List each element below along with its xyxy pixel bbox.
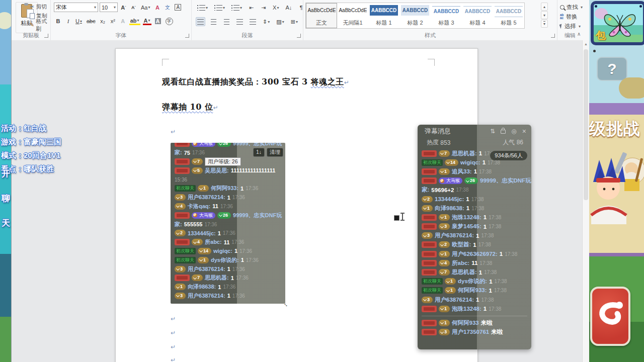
style-card-heading2[interactable]: AABBCCD标题 2: [399, 3, 431, 28]
decrease-indent-button[interactable]: ⇤: [247, 3, 256, 12]
chat-message-row: 1 向泽98638: 1 17:36: [171, 283, 285, 292]
level-number: 3: [180, 266, 183, 273]
bullets-button[interactable]: ▾: [196, 3, 209, 12]
close-icon[interactable]: ×: [522, 127, 526, 135]
danmaku-panel[interactable]: 弹幕消息 ⇅ ◎ × 热度 853 人气 86 934条/56人 7 思思机器:…: [418, 125, 531, 349]
justify-button[interactable]: [235, 17, 245, 26]
danmaku-row: 1 用户6263626972: 1 17:38: [418, 249, 531, 258]
heading-underlined-text: 将魂之王: [311, 77, 344, 86]
style-card-heading5[interactable]: AABBCCD标题 5: [493, 3, 524, 28]
sort-button[interactable]: A↓: [284, 3, 293, 12]
character-shading-button[interactable]: A: [153, 17, 163, 26]
change-case-button[interactable]: Aa▾: [139, 3, 151, 12]
paragraph-group-label: 段落: [192, 32, 303, 39]
danmaku-panel-header[interactable]: 弹幕消息 ⇅ ◎ ×: [418, 125, 531, 137]
username: 99999、忠实DNF玩: [233, 143, 282, 147]
timestamp: 17:38: [505, 251, 517, 257]
align-right-button[interactable]: [222, 17, 231, 26]
superscript-button[interactable]: x²: [109, 17, 117, 26]
line-spacing-button[interactable]: ⇕▾: [261, 17, 271, 26]
character-border-button[interactable]: A: [173, 3, 183, 12]
first-chat-badge: 初次聊天: [422, 278, 443, 285]
align-center-button[interactable]: [209, 17, 218, 26]
styles-more-button[interactable]: ▾: [541, 20, 548, 28]
increase-indent-icon: ⇥: [261, 5, 266, 11]
settings-icon[interactable]: ◎: [511, 128, 516, 135]
help-button[interactable]: ?: [597, 57, 627, 81]
italic-button[interactable]: I: [64, 17, 72, 26]
message-text: 1: [466, 196, 469, 202]
find-label: 查找: [567, 4, 578, 11]
text-effects-button[interactable]: A: [119, 17, 127, 26]
font-size-combo[interactable]: 10▾: [100, 3, 118, 12]
strikethrough-button[interactable]: abc: [85, 17, 97, 26]
chevron-down-icon: [176, 294, 180, 297]
username: 何阿阿933:: [211, 185, 238, 192]
fan-badge-icon: [422, 177, 437, 184]
find-button[interactable]: 查找▾: [560, 3, 583, 12]
username: wigiqc:: [460, 159, 480, 165]
panel-stats: 热度 853 人气 86: [418, 137, 531, 149]
format-painter-button[interactable]: ✎格式刷: [30, 21, 50, 29]
message-text: 1: [484, 306, 487, 312]
shading-button[interactable]: ▨▾: [275, 17, 285, 26]
scroll-up-arrow[interactable]: ▲: [583, 40, 589, 46]
enclose-characters-button[interactable]: 字: [164, 17, 175, 26]
chevron-down-icon: [423, 234, 427, 237]
multilevel-list-button[interactable]: ▾: [230, 3, 244, 12]
styles-scroll-down-button[interactable]: ▾: [541, 11, 548, 19]
select-button[interactable]: 选择▾: [560, 22, 583, 31]
style-card-heading3[interactable]: AABBCCD标题 3: [431, 3, 462, 28]
shrink-icon[interactable]: ⇅: [490, 128, 495, 135]
highlight-color-button[interactable]: ab▾: [129, 17, 141, 26]
subscript-button[interactable]: x₂: [99, 17, 107, 26]
message-text: 1: [476, 297, 479, 303]
chevron-down-icon: [440, 169, 444, 173]
replace-button[interactable]: abac替换: [560, 12, 583, 21]
cut-button[interactable]: ✂剪切: [30, 3, 50, 11]
margin-crop-mark: [162, 59, 169, 66]
scrollbar-thumb[interactable]: [584, 49, 588, 200]
username: 1334445jc:: [435, 196, 464, 202]
style-card-heading1[interactable]: AABBCCD标题 1: [368, 3, 399, 28]
styles-scroll-up-button[interactable]: ▴: [541, 3, 548, 11]
paragraph-mark: ↵: [171, 128, 176, 135]
underline-button[interactable]: U▾: [74, 17, 84, 26]
overlay-line-mode: 模式：20回合1V1: [1, 148, 61, 162]
lock-icon[interactable]: [501, 130, 506, 134]
gallery-more-icon: ▾: [543, 21, 545, 26]
increase-indent-button[interactable]: ⇥: [259, 3, 268, 12]
numbering-button[interactable]: ▾: [213, 3, 226, 12]
chevron-down-icon: [423, 298, 427, 301]
bold-button[interactable]: B: [54, 17, 62, 26]
asian-layout-button[interactable]: X▾: [271, 3, 280, 12]
chat-message-row: 3 用户63876214: 1 17:36: [171, 292, 285, 301]
collapse-ribbon-button[interactable]: ∧: [577, 31, 581, 37]
style-card-no-spacing[interactable]: AaBbCcDdE无间隔1: [337, 3, 368, 28]
phonetic-guide-button[interactable]: 文: [163, 3, 172, 12]
font-family-combo[interactable]: 宋体▾: [54, 3, 98, 12]
level-number: 1: [444, 320, 447, 326]
chevron-down-icon: ▾: [282, 20, 284, 24]
chevron-down-icon: ▾: [94, 5, 96, 10]
distribute-button[interactable]: [248, 17, 258, 26]
clipboard-dialog-launcher[interactable]: [44, 34, 48, 38]
grow-font-button[interactable]: Aˆ: [119, 3, 128, 12]
style-card-normal[interactable]: AaBbCcDdE正文: [306, 3, 337, 28]
chevron-down-icon: [440, 225, 444, 228]
style-card-heading4[interactable]: AABBCCD标题 4: [462, 3, 493, 28]
align-left-button[interactable]: [196, 17, 205, 26]
clear-formatting-button[interactable]: A: [153, 3, 162, 12]
styles-dialog-launcher[interactable]: [551, 34, 555, 38]
format-painter-label: 格式刷: [36, 18, 50, 33]
vertical-scrollbar[interactable]: ▲: [582, 40, 589, 362]
shrink-font-button[interactable]: Aˇ: [129, 3, 138, 12]
font-dialog-launcher[interactable]: [185, 34, 189, 38]
username: 思思机器:: [452, 150, 477, 157]
paragraph-dialog-launcher[interactable]: [297, 34, 301, 38]
weibo-app-icon[interactable]: [590, 287, 630, 346]
chevron-down-icon: [176, 285, 180, 289]
borders-button[interactable]: ⊞▾: [289, 17, 299, 26]
level-number: 1: [450, 287, 453, 294]
font-color-button[interactable]: A▾: [142, 17, 152, 26]
